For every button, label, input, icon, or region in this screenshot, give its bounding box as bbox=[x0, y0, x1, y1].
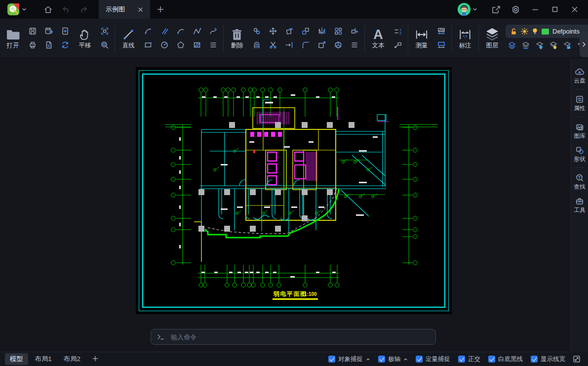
annotate-button[interactable]: 标注 bbox=[455, 27, 475, 50]
more-draw-button[interactable] bbox=[207, 39, 220, 51]
curve-tool-button[interactable] bbox=[174, 25, 187, 38]
copy-button[interactable] bbox=[250, 25, 263, 38]
sidebar-item-tools[interactable]: 工具 bbox=[571, 194, 588, 216]
checkbox-checked-icon[interactable] bbox=[378, 356, 385, 363]
checkbox-checked-icon[interactable] bbox=[531, 356, 538, 363]
checkbox-checked-icon[interactable] bbox=[328, 356, 335, 363]
trim-button[interactable] bbox=[267, 39, 279, 51]
layer-state-button[interactable] bbox=[519, 39, 532, 52]
layer-off-button[interactable] bbox=[547, 39, 560, 52]
extend-button[interactable] bbox=[283, 39, 296, 51]
document-tab[interactable]: 示例图 bbox=[99, 0, 150, 19]
save-as-button[interactable] bbox=[42, 25, 55, 38]
checkbox-checked-icon[interactable] bbox=[458, 356, 465, 363]
rectangle-tool-button[interactable] bbox=[142, 39, 155, 51]
sidebar-item-cloud[interactable]: 云盘 bbox=[571, 64, 588, 86]
arc-tool-button[interactable] bbox=[142, 25, 155, 38]
layer-select[interactable]: Defpoints bbox=[506, 25, 588, 38]
toggle-object-snap[interactable]: 对象捕捉 bbox=[328, 355, 370, 364]
numbered-text-button[interactable]: 12 bbox=[392, 25, 404, 38]
zoom-window-button[interactable] bbox=[98, 39, 111, 51]
fit-screen-button[interactable] bbox=[98, 25, 111, 38]
layer-list-button[interactable] bbox=[506, 39, 518, 52]
sidebar-item-find[interactable]: 查找 bbox=[571, 170, 588, 193]
sidebar-item-shapes[interactable]: 形状 bbox=[571, 143, 588, 165]
tab-layout1[interactable]: 布局1 bbox=[30, 353, 57, 365]
chevron-up-icon[interactable] bbox=[366, 358, 370, 361]
command-bar[interactable] bbox=[151, 329, 436, 345]
settings-button[interactable] bbox=[507, 2, 524, 17]
polyline-tool-button[interactable] bbox=[191, 25, 203, 38]
toggle-white-bg[interactable]: 白底黑线 bbox=[488, 355, 523, 364]
grid-bottom bbox=[198, 265, 339, 287]
share-button[interactable] bbox=[487, 2, 504, 17]
tab-layout2[interactable]: 布局2 bbox=[59, 353, 85, 365]
parallel-tool-button[interactable] bbox=[158, 25, 171, 38]
toggle-lineweight[interactable]: 显示线宽 bbox=[531, 355, 565, 364]
app-menu-button[interactable] bbox=[5, 2, 29, 17]
maximize-button[interactable] bbox=[547, 2, 563, 17]
hatch-tool-button[interactable] bbox=[191, 39, 203, 51]
layer-freeze-button[interactable] bbox=[533, 39, 546, 52]
stretch-button[interactable] bbox=[348, 25, 361, 38]
more-modify-button[interactable] bbox=[348, 39, 361, 51]
command-input[interactable] bbox=[170, 333, 430, 341]
leader-text-button[interactable] bbox=[392, 39, 404, 51]
move-button[interactable] bbox=[267, 25, 279, 38]
measure-rect-button[interactable] bbox=[435, 39, 448, 51]
measure-area-button[interactable] bbox=[435, 25, 448, 38]
maximize-icon bbox=[551, 5, 559, 13]
close-window-button[interactable] bbox=[566, 2, 583, 17]
mirror-button[interactable] bbox=[315, 25, 328, 38]
rotate-button[interactable] bbox=[283, 25, 296, 38]
layer-lock-button[interactable] bbox=[561, 39, 574, 52]
home-button[interactable] bbox=[40, 2, 55, 16]
drawing-workspace[interactable]: 弱电平面图 1:100 bbox=[0, 58, 571, 352]
open-button[interactable]: 打开 bbox=[3, 27, 23, 50]
checkbox-checked-icon[interactable] bbox=[416, 356, 423, 363]
circle-tool-button[interactable] bbox=[158, 39, 171, 51]
line-icon bbox=[122, 28, 135, 41]
fillet-button[interactable] bbox=[299, 39, 312, 51]
add-layout-button[interactable] bbox=[87, 354, 103, 365]
fullscreen-button[interactable] bbox=[570, 354, 583, 365]
insert-block-button[interactable] bbox=[315, 39, 328, 51]
sidebar-item-properties[interactable]: 属性 bbox=[571, 92, 588, 114]
export-pdf-button[interactable] bbox=[42, 39, 55, 51]
toggle-polar[interactable]: 极轴 bbox=[378, 355, 408, 364]
offset-button[interactable] bbox=[250, 39, 263, 51]
measure-button[interactable]: 测量 bbox=[412, 27, 431, 50]
redo-button[interactable] bbox=[76, 2, 91, 16]
account-button[interactable] bbox=[458, 3, 477, 16]
layer-state-icon bbox=[521, 41, 530, 50]
sidebar-item-gallery[interactable]: 图库 bbox=[571, 120, 588, 142]
checkbox-checked-icon[interactable] bbox=[488, 356, 495, 363]
new-file-button[interactable] bbox=[59, 25, 72, 38]
text-tool-button[interactable]: A 文本 bbox=[368, 27, 388, 50]
cad-sheet[interactable]: 弱电平面图 1:100 bbox=[136, 67, 452, 314]
polygon-tool-button[interactable] bbox=[174, 39, 187, 51]
curve-icon bbox=[176, 27, 185, 36]
drawing-title: 弱电平面图 bbox=[273, 290, 307, 297]
layers-button[interactable]: 图层 bbox=[482, 26, 502, 50]
undo-button[interactable] bbox=[58, 2, 73, 16]
chevron-up-icon[interactable] bbox=[403, 358, 408, 361]
spline-tool-button[interactable] bbox=[207, 25, 220, 38]
print-button[interactable] bbox=[26, 39, 39, 51]
drawing-scale: 1:100 bbox=[304, 291, 317, 297]
sync-button[interactable] bbox=[59, 39, 72, 51]
toggle-ortho[interactable]: 正交 bbox=[458, 355, 480, 364]
explode-button[interactable] bbox=[332, 39, 345, 51]
minimize-button[interactable] bbox=[527, 2, 544, 17]
new-tab-button[interactable] bbox=[153, 2, 168, 16]
pan-button[interactable]: 平移 bbox=[75, 27, 95, 50]
toolbar-expand-button[interactable] bbox=[580, 32, 588, 57]
save-button[interactable] bbox=[26, 25, 39, 38]
scale-button[interactable] bbox=[299, 25, 312, 38]
close-tab-icon[interactable] bbox=[138, 7, 143, 12]
delete-button[interactable]: 删除 bbox=[227, 27, 247, 50]
line-tool-button[interactable]: 直线 bbox=[118, 27, 138, 50]
array-button[interactable] bbox=[332, 25, 345, 38]
tab-model[interactable]: 模型 bbox=[5, 353, 28, 365]
toggle-snap[interactable]: 定量捕捉 bbox=[416, 355, 450, 364]
